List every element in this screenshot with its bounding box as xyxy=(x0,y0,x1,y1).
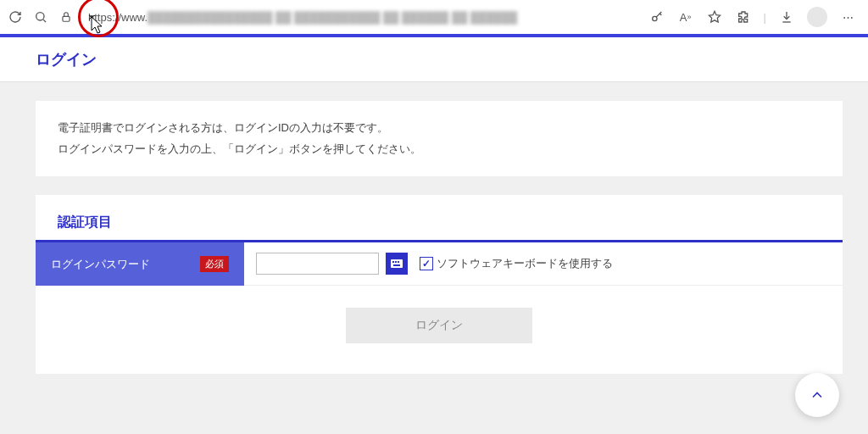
separator: | xyxy=(764,11,766,24)
password-field-cell: ✓ ソフトウェアキーボードを使用する xyxy=(244,242,843,286)
soft-keyboard-label: ソフトウェアキーボードを使用する xyxy=(437,256,613,271)
url-obscured: ████████████████ ██ ███████████ ██ █████… xyxy=(147,11,517,24)
url-prefix: https://www. xyxy=(88,11,147,24)
page-body: ログイン 電子証明書でログインされる方は、ログインIDの入力は不要です。 ログイ… xyxy=(0,37,868,434)
chevron-up-icon xyxy=(809,387,826,403)
svg-point-0 xyxy=(36,13,44,20)
password-row: ログインパスワード 必須 ✓ ソフトウェアキーボードを使用する xyxy=(36,242,843,286)
instruction-line-2: ログインパスワードを入力の上、「ログイン」ボタンを押してください。 xyxy=(58,139,821,160)
svg-rect-5 xyxy=(391,259,403,268)
refresh-icon[interactable] xyxy=(7,8,24,25)
soft-keyboard-checkbox-wrap[interactable]: ✓ ソフトウェアキーボードを使用する xyxy=(420,256,613,271)
profile-avatar[interactable] xyxy=(807,7,827,27)
page-title: ログイン xyxy=(36,49,843,70)
password-label: ログインパスワード xyxy=(51,257,150,272)
address-bar[interactable]: https://www.████████████████ ██ ████████… xyxy=(83,5,640,29)
extensions-icon[interactable] xyxy=(735,8,752,25)
login-button[interactable]: ログイン xyxy=(346,308,532,343)
svg-rect-9 xyxy=(393,264,400,266)
auth-section: 認証項目 ログインパスワード 必須 ✓ ソフトウェアキーボードを使用する xyxy=(36,195,843,374)
svg-marker-4 xyxy=(709,11,720,22)
svg-line-1 xyxy=(43,19,46,22)
svg-rect-2 xyxy=(63,16,70,21)
password-label-cell: ログインパスワード 必須 xyxy=(36,242,244,286)
svg-rect-8 xyxy=(398,261,399,263)
scroll-top-button[interactable] xyxy=(795,373,839,417)
toolbar-right: A» | ⋯ xyxy=(648,7,861,27)
svg-rect-7 xyxy=(395,261,397,263)
downloads-icon[interactable] xyxy=(778,8,795,25)
auth-section-title: 認証項目 xyxy=(36,195,843,242)
soft-keyboard-button[interactable] xyxy=(386,253,408,275)
password-input[interactable] xyxy=(256,253,379,275)
submit-row: ログイン xyxy=(36,286,843,374)
content-area: 電子証明書でログインされる方は、ログインIDの入力は不要です。 ログインパスワー… xyxy=(0,82,868,374)
browser-toolbar: https://www.████████████████ ██ ████████… xyxy=(0,0,868,34)
instruction-line-1: 電子証明書でログインされる方は、ログインIDの入力は不要です。 xyxy=(58,118,821,139)
search-icon[interactable] xyxy=(32,8,49,25)
checkbox-checked-icon: ✓ xyxy=(420,257,433,270)
svg-rect-6 xyxy=(392,261,394,263)
page-header: ログイン xyxy=(0,37,868,82)
read-aloud-icon[interactable]: A» xyxy=(677,8,694,25)
favorite-icon[interactable] xyxy=(706,8,723,25)
key-icon[interactable] xyxy=(648,8,665,25)
instruction-panel: 電子証明書でログインされる方は、ログインIDの入力は不要です。 ログインパスワー… xyxy=(36,101,843,176)
lock-icon[interactable] xyxy=(58,8,75,25)
required-badge: 必須 xyxy=(200,256,229,272)
more-icon[interactable]: ⋯ xyxy=(839,8,856,25)
